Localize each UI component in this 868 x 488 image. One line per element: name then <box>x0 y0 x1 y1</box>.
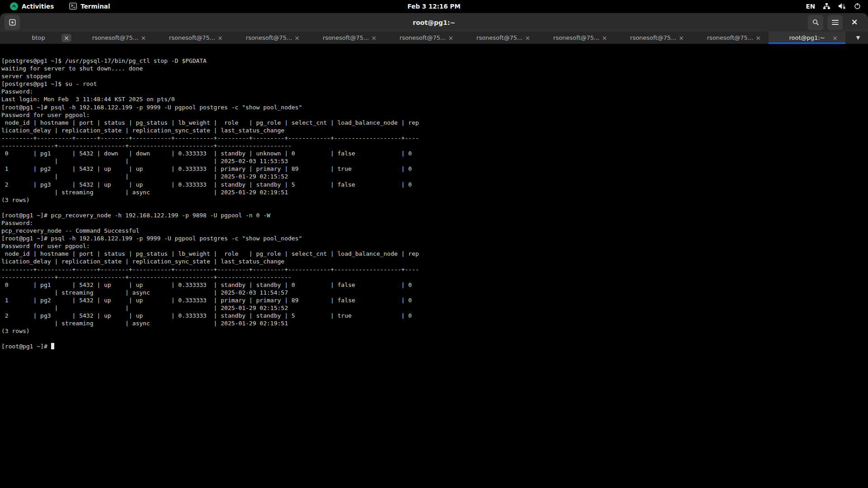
search-icon <box>812 19 819 26</box>
terminal-icon: >_ <box>69 3 77 9</box>
tab-close-icon[interactable]: × <box>753 34 763 42</box>
tab-rsonesoft-75[interactable]: rsonesoft@75...× <box>384 32 461 44</box>
new-tab-icon <box>9 19 16 26</box>
app-menu-label: Terminal <box>80 3 110 10</box>
window-title: root@pg1:~ <box>0 19 868 26</box>
terminal-window: root@pg1:~ ✕ btop×rsonesoft@75...×rsones… <box>0 13 868 488</box>
tab-rsonesoft-75[interactable]: rsonesoft@75...× <box>154 32 231 44</box>
tab-close-icon[interactable]: × <box>138 34 148 42</box>
terminal-output[interactable]: [postgres@pg1 ~]$ /usr/pgsql-17/bin/pg_c… <box>0 44 868 488</box>
gnome-top-bar: Activities >_ Terminal Feb 3 12:16 PM EN <box>0 0 868 12</box>
menu-button[interactable] <box>827 15 843 30</box>
tab-rsonesoft-75[interactable]: rsonesoft@75...× <box>77 32 154 44</box>
tab-close-icon[interactable]: × <box>446 34 456 42</box>
tab-close-icon[interactable]: × <box>61 34 71 42</box>
tab-close-icon[interactable]: × <box>292 34 302 42</box>
new-tab-button[interactable] <box>5 15 20 30</box>
volume-muted-icon[interactable] <box>838 3 846 9</box>
tab-close-icon[interactable]: × <box>599 34 609 42</box>
tab-rsonesoft-75[interactable]: rsonesoft@75...× <box>692 32 769 44</box>
tab-close-icon[interactable]: × <box>676 34 686 42</box>
tab-close-icon[interactable]: × <box>830 34 840 42</box>
tab-rsonesoft-75[interactable]: rsonesoft@75...× <box>307 32 384 44</box>
keyboard-layout-indicator[interactable]: EN <box>806 3 815 10</box>
tab-rsonesoft-75[interactable]: rsonesoft@75...× <box>538 32 615 44</box>
tab-btop[interactable]: btop× <box>0 32 77 44</box>
close-window-button[interactable]: ✕ <box>847 15 862 30</box>
distro-logo-icon <box>10 2 18 10</box>
activities-label: Activities <box>22 3 54 10</box>
power-icon[interactable] <box>854 3 861 9</box>
hamburger-icon <box>832 20 839 25</box>
activities-button[interactable]: Activities <box>10 2 54 10</box>
tab-bar: btop×rsonesoft@75...×rsonesoft@75...×rso… <box>0 32 868 44</box>
app-menu-terminal[interactable]: >_ Terminal <box>69 3 110 10</box>
tab-rsonesoft-75[interactable]: rsonesoft@75...× <box>615 32 692 44</box>
close-icon: ✕ <box>851 19 858 26</box>
tab-rsonesoft-75[interactable]: rsonesoft@75...× <box>231 32 307 44</box>
tab-close-icon[interactable]: × <box>215 34 225 42</box>
tab-close-icon[interactable]: × <box>523 34 533 42</box>
search-button[interactable] <box>808 15 823 30</box>
clock[interactable]: Feb 3 12:16 PM <box>407 3 460 10</box>
terminal-cursor <box>51 343 55 349</box>
tab-rsonesoft-75[interactable]: rsonesoft@75...× <box>461 32 538 44</box>
tab-close-icon[interactable]: × <box>369 34 379 42</box>
network-wired-icon[interactable] <box>823 3 830 9</box>
window-titlebar: root@pg1:~ ✕ <box>0 13 868 32</box>
tab-overflow-button[interactable]: ▼ <box>848 32 868 44</box>
tab-root-pg1[interactable]: root@pg1:~× <box>769 32 845 44</box>
